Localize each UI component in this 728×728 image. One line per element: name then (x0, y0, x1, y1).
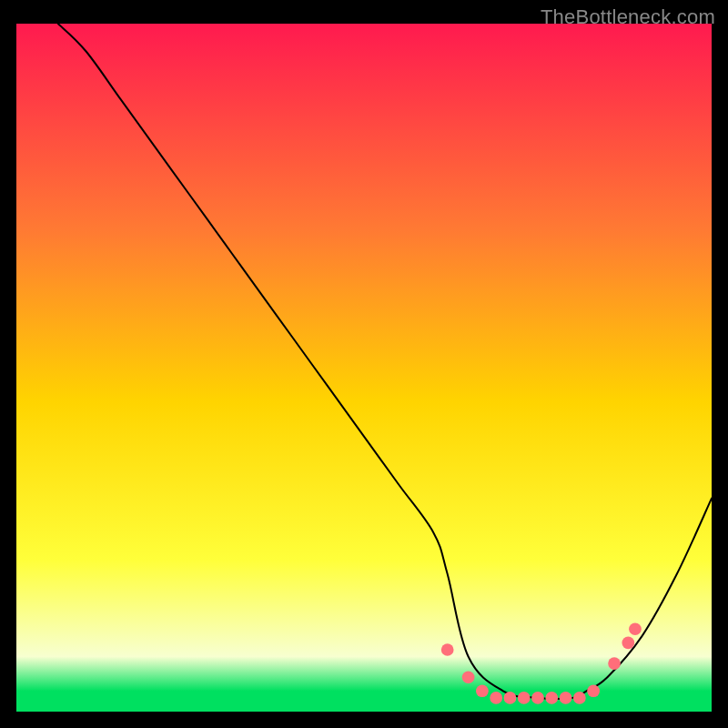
data-point (622, 637, 634, 650)
data-point (476, 685, 489, 698)
data-point (518, 692, 531, 704)
data-point (490, 692, 502, 704)
data-point (462, 671, 475, 683)
data-point (531, 692, 544, 704)
data-point (504, 692, 517, 704)
plot-area (16, 24, 712, 712)
data-point (629, 622, 642, 635)
curve-layer (16, 24, 712, 712)
chart-container: TheBottleneck.com (0, 0, 728, 728)
data-point (560, 692, 572, 704)
data-point (545, 692, 558, 704)
data-point (441, 643, 454, 656)
data-point (587, 685, 600, 698)
data-point (608, 657, 621, 670)
bottleneck-curve (58, 24, 712, 699)
data-point (573, 692, 586, 704)
